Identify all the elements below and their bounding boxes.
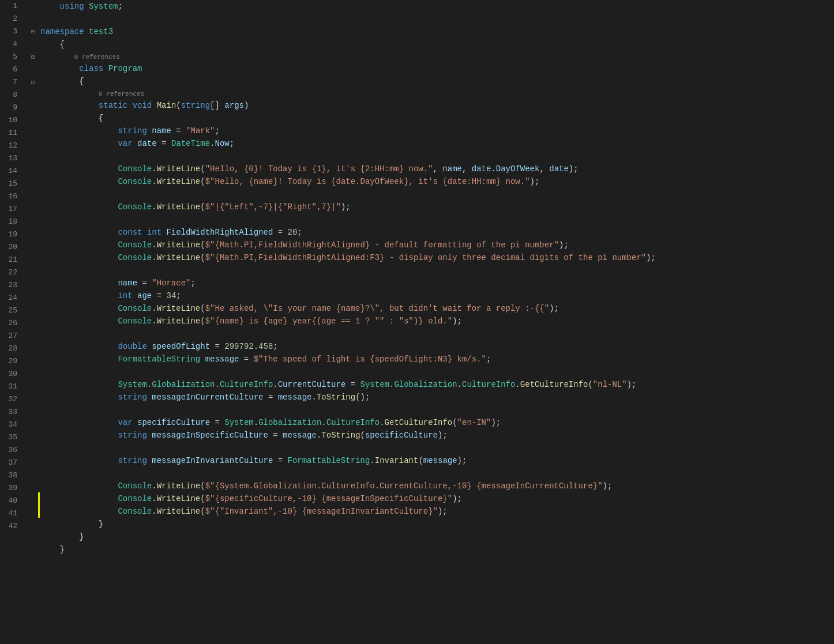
line-num-9: 9 [0,101,23,114]
line-num-7: 7 [0,76,23,89]
code-line-26: double speedOfLight = 299792.458; [40,340,834,353]
gutter-6 [28,63,38,76]
line-num-27: 27 [0,330,23,342]
line-num-37: 37 [0,457,23,469]
line-num-30: 30 [0,368,23,381]
code-line-20 [40,264,834,277]
gutter-16 [28,190,38,203]
line-num-20: 20 [0,241,23,254]
code-line-25 [40,327,834,340]
line-num-5: 5 [0,51,23,63]
code-line-29: System.Globalization.CultureInfo.Current… [40,378,834,391]
line-num-38: 38 [0,469,23,482]
gutter-34 [28,419,38,431]
line-num-25: 25 [0,304,23,317]
code-line-22: int age = 34; [40,289,834,302]
code-line-39: Console.WriteLine($"{"Invariant",-10} {m… [40,505,834,518]
gutter-21 [28,254,38,266]
line-num-17: 17 [0,203,23,216]
code-line-31 [40,404,834,416]
gutter-42 [28,520,38,533]
line-num-33: 33 [0,406,23,419]
gutter-collapse-method[interactable]: ⊟ [28,76,38,89]
code-line-27: FormattableString message = $"The speed … [40,353,834,366]
line-num-13: 13 [0,152,23,165]
gutter-1 [28,0,38,13]
line-num-10: 10 [0,114,23,127]
line-num-14: 14 [0,165,23,178]
line-num-28: 28 [0,342,23,355]
gutter-23 [28,279,38,292]
code-line-21: name = "Horace"; [40,277,834,289]
code-line-13: Console.WriteLine($"Hello, {name}! Today… [40,175,834,188]
code-line-10: var date = DateTime.Now; [40,137,834,150]
gutter-8 [28,89,38,101]
line-num-4: 4 [0,38,23,51]
code-line-12: Console.WriteLine("Hello, {0}! Today is … [40,163,834,175]
code-line-3: namespace test3 [40,25,834,38]
code-line-34 [40,442,834,454]
gutter-31 [28,381,38,393]
gutter-22 [28,266,38,279]
code-line-8: { [40,112,834,125]
line-num-35: 35 [0,431,23,444]
gutter-26 [28,317,38,330]
gutter-35 [28,431,38,444]
line-num-42: 42 [0,520,23,533]
code-gutter: ⊟ ⊟ ⊟ [28,0,38,644]
code-line-37: Console.WriteLine($"{System.Globalizatio… [40,480,834,492]
line-num-29: 29 [0,355,23,368]
line-num-2: 2 [0,13,23,25]
gutter-40 [28,495,38,507]
code-line-14 [40,188,834,201]
gutter-29 [28,355,38,368]
code-line-24: Console.WriteLine($"{name} is {age} year… [40,315,834,327]
code-editor: 1 2 3 4 5 6 7 8 9 10 11 12 13 14 15 16 1… [0,0,834,644]
gutter-37 [28,457,38,469]
gutter-18 [28,216,38,228]
code-line-7: static void Main(string[] args) [40,99,834,112]
line-num-34: 34 [0,419,23,431]
line-num-19: 19 [0,228,23,241]
gutter-14 [28,165,38,178]
code-line-23: Console.WriteLine($"He asked, \"Is your … [40,302,834,315]
gutter-20 [28,241,38,254]
code-line-1: using System; [40,0,834,13]
gutter-13 [28,152,38,165]
code-line-30: string messageInCurrentCulture = message… [40,391,834,404]
line-num-36: 36 [0,444,23,457]
code-line-36 [40,467,834,480]
line-num-40: 40 [0,495,23,507]
gutter-15 [28,178,38,190]
line-num-16: 16 [0,190,23,203]
code-line-2 [40,13,834,25]
line-num-6: 6 [0,63,23,76]
code-line-9: string name = "Mark"; [40,125,834,137]
gutter-38 [28,469,38,482]
line-num-15: 15 [0,178,23,190]
code-line-40: } [40,518,834,530]
code-line-ref2: 0 references [40,88,834,99]
code-line-11 [40,150,834,163]
line-num-39: 39 [0,482,23,495]
code-line-18: Console.WriteLine($"{Math.PI,FieldWidthR… [40,239,834,251]
gutter-25 [28,304,38,317]
line-num-31: 31 [0,381,23,393]
code-line-42: } [40,543,834,556]
gutter-9 [28,101,38,114]
code-line-4: { [40,38,834,51]
line-num-24: 24 [0,292,23,304]
line-num-1: 1 [0,0,23,13]
line-numbers: 1 2 3 4 5 6 7 8 9 10 11 12 13 14 15 16 1… [0,0,28,644]
gutter-30 [28,368,38,381]
line-num-41: 41 [0,507,23,520]
gutter-collapse-class[interactable]: ⊟ [28,51,38,63]
gutter-39 [28,482,38,495]
code-line-6: { [40,75,834,88]
gutter-32 [28,393,38,406]
gutter-collapse-namespace[interactable]: ⊟ [28,25,38,38]
code-line-38: Console.WriteLine($"{specificCulture,-10… [40,492,834,505]
gutter-12 [28,140,38,152]
line-num-22: 22 [0,266,23,279]
line-num-8: 8 [0,89,23,101]
